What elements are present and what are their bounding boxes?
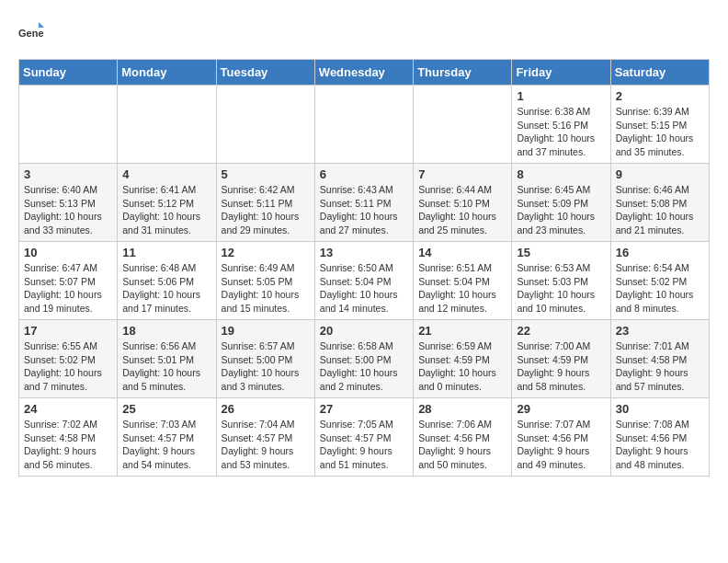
day-info: Sunrise: 6:56 AM Sunset: 5:01 PM Dayligh… xyxy=(122,339,210,394)
day-info: Sunrise: 7:08 AM Sunset: 4:56 PM Dayligh… xyxy=(616,418,704,472)
day-number: 21 xyxy=(418,324,506,338)
day-cell: 10Sunrise: 6:47 AM Sunset: 5:07 PM Dayli… xyxy=(19,242,118,320)
day-number: 10 xyxy=(24,246,112,259)
day-cell: 17Sunrise: 6:55 AM Sunset: 5:02 PM Dayli… xyxy=(19,320,118,398)
day-number: 16 xyxy=(616,246,704,259)
day-number: 3 xyxy=(24,167,112,181)
day-number: 29 xyxy=(517,402,605,416)
weekday-header-row: SundayMondayTuesdayWednesdayThursdayFrid… xyxy=(19,60,710,86)
day-number: 22 xyxy=(517,324,605,338)
svg-marker-1 xyxy=(39,22,44,28)
day-number: 14 xyxy=(418,246,506,259)
day-info: Sunrise: 6:54 AM Sunset: 5:02 PM Dayligh… xyxy=(616,261,704,316)
day-cell: 26Sunrise: 7:04 AM Sunset: 4:57 PM Dayli… xyxy=(216,398,314,477)
week-row-5: 24Sunrise: 7:02 AM Sunset: 4:58 PM Dayli… xyxy=(19,398,710,477)
day-cell: 19Sunrise: 6:57 AM Sunset: 5:00 PM Dayli… xyxy=(216,320,314,398)
day-info: Sunrise: 7:03 AM Sunset: 4:57 PM Dayligh… xyxy=(122,418,210,472)
day-info: Sunrise: 6:59 AM Sunset: 4:59 PM Dayligh… xyxy=(418,339,506,394)
logo-icon: General xyxy=(18,18,44,44)
day-info: Sunrise: 6:43 AM Sunset: 5:11 PM Dayligh… xyxy=(320,183,408,237)
day-info: Sunrise: 6:38 AM Sunset: 5:16 PM Dayligh… xyxy=(517,105,605,159)
week-row-2: 3Sunrise: 6:40 AM Sunset: 5:13 PM Daylig… xyxy=(19,164,710,242)
day-cell: 12Sunrise: 6:49 AM Sunset: 5:05 PM Dayli… xyxy=(216,242,314,320)
day-info: Sunrise: 6:50 AM Sunset: 5:04 PM Dayligh… xyxy=(320,261,408,316)
day-number: 18 xyxy=(122,324,210,338)
day-info: Sunrise: 6:46 AM Sunset: 5:08 PM Dayligh… xyxy=(616,183,704,237)
day-cell: 1Sunrise: 6:38 AM Sunset: 5:16 PM Daylig… xyxy=(512,86,610,164)
day-cell: 9Sunrise: 6:46 AM Sunset: 5:08 PM Daylig… xyxy=(610,164,709,242)
day-info: Sunrise: 7:05 AM Sunset: 4:57 PM Dayligh… xyxy=(320,418,408,472)
day-info: Sunrise: 6:40 AM Sunset: 5:13 PM Dayligh… xyxy=(24,183,112,237)
day-cell: 27Sunrise: 7:05 AM Sunset: 4:57 PM Dayli… xyxy=(314,398,413,477)
day-cell: 6Sunrise: 6:43 AM Sunset: 5:11 PM Daylig… xyxy=(314,164,413,242)
day-number: 13 xyxy=(320,246,408,259)
day-cell: 30Sunrise: 7:08 AM Sunset: 4:56 PM Dayli… xyxy=(610,398,709,477)
day-info: Sunrise: 7:00 AM Sunset: 4:59 PM Dayligh… xyxy=(517,339,605,394)
day-number: 5 xyxy=(222,167,310,181)
day-number: 28 xyxy=(418,402,506,416)
day-info: Sunrise: 6:49 AM Sunset: 5:05 PM Dayligh… xyxy=(222,261,310,316)
day-cell: 13Sunrise: 6:50 AM Sunset: 5:04 PM Dayli… xyxy=(314,242,413,320)
weekday-header-friday: Friday xyxy=(512,60,610,86)
day-info: Sunrise: 6:57 AM Sunset: 5:00 PM Dayligh… xyxy=(222,339,310,394)
day-info: Sunrise: 6:58 AM Sunset: 5:00 PM Dayligh… xyxy=(320,339,408,394)
day-info: Sunrise: 7:01 AM Sunset: 4:58 PM Dayligh… xyxy=(616,339,704,394)
calendar-table: SundayMondayTuesdayWednesdayThursdayFrid… xyxy=(18,59,710,477)
day-cell: 4Sunrise: 6:41 AM Sunset: 5:12 PM Daylig… xyxy=(118,164,216,242)
weekday-header-wednesday: Wednesday xyxy=(314,60,413,86)
day-info: Sunrise: 6:48 AM Sunset: 5:06 PM Dayligh… xyxy=(122,261,210,316)
day-info: Sunrise: 7:06 AM Sunset: 4:56 PM Dayligh… xyxy=(418,418,506,472)
day-number: 12 xyxy=(222,246,310,259)
day-info: Sunrise: 7:04 AM Sunset: 4:57 PM Dayligh… xyxy=(222,418,310,472)
day-number: 30 xyxy=(616,402,704,416)
day-info: Sunrise: 6:42 AM Sunset: 5:11 PM Dayligh… xyxy=(222,183,310,237)
day-cell: 23Sunrise: 7:01 AM Sunset: 4:58 PM Dayli… xyxy=(610,320,709,398)
day-number: 24 xyxy=(24,402,112,416)
day-cell xyxy=(19,86,118,164)
day-info: Sunrise: 7:02 AM Sunset: 4:58 PM Dayligh… xyxy=(24,418,112,472)
day-cell: 25Sunrise: 7:03 AM Sunset: 4:57 PM Dayli… xyxy=(118,398,216,477)
day-cell: 11Sunrise: 6:48 AM Sunset: 5:06 PM Dayli… xyxy=(118,242,216,320)
week-row-3: 10Sunrise: 6:47 AM Sunset: 5:07 PM Dayli… xyxy=(19,242,710,320)
day-info: Sunrise: 6:51 AM Sunset: 5:04 PM Dayligh… xyxy=(418,261,506,316)
day-number: 15 xyxy=(517,246,605,259)
day-cell: 5Sunrise: 6:42 AM Sunset: 5:11 PM Daylig… xyxy=(216,164,314,242)
weekday-header-tuesday: Tuesday xyxy=(216,60,314,86)
day-number: 25 xyxy=(122,402,210,416)
day-cell: 18Sunrise: 6:56 AM Sunset: 5:01 PM Dayli… xyxy=(118,320,216,398)
day-info: Sunrise: 6:41 AM Sunset: 5:12 PM Dayligh… xyxy=(122,183,210,237)
logo: General xyxy=(18,18,48,44)
day-info: Sunrise: 6:55 AM Sunset: 5:02 PM Dayligh… xyxy=(24,339,112,394)
day-number: 7 xyxy=(418,167,506,181)
day-cell: 16Sunrise: 6:54 AM Sunset: 5:02 PM Dayli… xyxy=(610,242,709,320)
day-cell: 21Sunrise: 6:59 AM Sunset: 4:59 PM Dayli… xyxy=(414,320,512,398)
day-number: 23 xyxy=(616,324,704,338)
day-info: Sunrise: 6:39 AM Sunset: 5:15 PM Dayligh… xyxy=(616,105,704,159)
day-info: Sunrise: 6:45 AM Sunset: 5:09 PM Dayligh… xyxy=(517,183,605,237)
day-info: Sunrise: 7:07 AM Sunset: 4:56 PM Dayligh… xyxy=(517,418,605,472)
day-number: 2 xyxy=(616,89,704,103)
day-number: 27 xyxy=(320,402,408,416)
day-number: 1 xyxy=(517,89,605,103)
day-number: 17 xyxy=(24,324,112,338)
day-cell: 28Sunrise: 7:06 AM Sunset: 4:56 PM Dayli… xyxy=(414,398,512,477)
week-row-4: 17Sunrise: 6:55 AM Sunset: 5:02 PM Dayli… xyxy=(19,320,710,398)
day-cell: 2Sunrise: 6:39 AM Sunset: 5:15 PM Daylig… xyxy=(610,86,709,164)
day-cell: 7Sunrise: 6:44 AM Sunset: 5:10 PM Daylig… xyxy=(414,164,512,242)
day-number: 6 xyxy=(320,167,408,181)
day-number: 9 xyxy=(616,167,704,181)
day-number: 11 xyxy=(122,246,210,259)
weekday-header-monday: Monday xyxy=(118,60,216,86)
day-cell: 22Sunrise: 7:00 AM Sunset: 4:59 PM Dayli… xyxy=(512,320,610,398)
day-cell: 20Sunrise: 6:58 AM Sunset: 5:00 PM Dayli… xyxy=(314,320,413,398)
day-cell xyxy=(216,86,314,164)
svg-text:General: General xyxy=(18,28,44,39)
weekday-header-sunday: Sunday xyxy=(19,60,118,86)
header: General xyxy=(18,18,710,44)
day-cell: 15Sunrise: 6:53 AM Sunset: 5:03 PM Dayli… xyxy=(512,242,610,320)
weekday-header-saturday: Saturday xyxy=(610,60,709,86)
day-cell: 24Sunrise: 7:02 AM Sunset: 4:58 PM Dayli… xyxy=(19,398,118,477)
day-cell: 8Sunrise: 6:45 AM Sunset: 5:09 PM Daylig… xyxy=(512,164,610,242)
day-cell: 29Sunrise: 7:07 AM Sunset: 4:56 PM Dayli… xyxy=(512,398,610,477)
day-cell xyxy=(414,86,512,164)
